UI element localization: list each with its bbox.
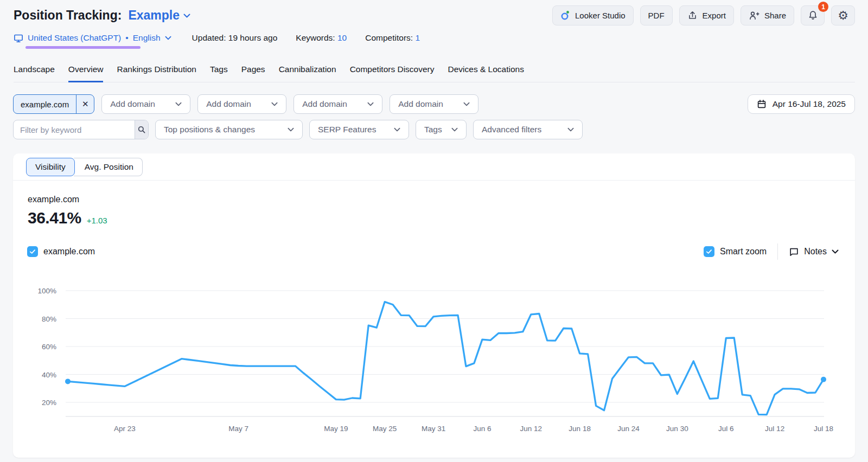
tab-landscape[interactable]: Landscape <box>14 65 55 82</box>
chevron-down-icon <box>288 127 294 132</box>
chevron-down-icon <box>451 127 458 132</box>
chevron-down-icon <box>367 102 374 106</box>
gear-icon: ⚙ <box>838 10 848 22</box>
add-domain-dropdown-3[interactable]: Add domain <box>293 94 382 114</box>
toggle-avg-position[interactable]: Avg. Position <box>74 158 143 176</box>
chevron-down-icon <box>183 14 190 18</box>
svg-text:100%: 100% <box>37 287 56 295</box>
visibility-card: Visibility Avg. Position example.com 36.… <box>13 153 855 458</box>
serp-features-dropdown[interactable]: SERP Features <box>309 120 409 139</box>
competitors-count[interactable]: 1 <box>415 33 420 42</box>
keyword-filter-input[interactable] <box>14 120 135 139</box>
domain-series-checkbox[interactable] <box>27 246 38 257</box>
looker-studio-icon <box>560 10 570 21</box>
visibility-value: 36.41% <box>28 209 81 227</box>
notes-bubble-icon <box>789 247 799 257</box>
updated-info: Updated: 19 hours ago <box>192 33 278 43</box>
calendar-icon <box>757 99 767 109</box>
date-range-picker[interactable]: Apr 16-Jul 18, 2025 <box>748 94 855 114</box>
share-button[interactable]: Share <box>741 5 794 25</box>
report-tabs: Landscape Overview Rankings Distribution… <box>14 65 855 82</box>
chevron-down-icon <box>394 127 400 132</box>
svg-text:May 31: May 31 <box>422 425 445 433</box>
page-title: Position Tracking: <box>14 8 122 23</box>
chevron-down-icon <box>175 102 182 106</box>
position-tracking-page: Position Tracking: Example Looker Studio… <box>0 0 868 462</box>
domain-chip-label: example.com <box>14 95 76 113</box>
domain-filter-row: example.com ✕ Add domain Add domain Add … <box>13 94 855 114</box>
share-user-plus-icon <box>749 10 760 21</box>
keywords-info: Keywords: 10 <box>296 33 347 43</box>
tab-rankings-distribution[interactable]: Rankings Distribution <box>117 65 196 82</box>
visibility-change: +1.03 <box>87 216 107 225</box>
device-desktop-icon <box>14 34 23 43</box>
location-language-selector[interactable]: United States (ChatGPT) • English <box>14 33 171 43</box>
topbar: Position Tracking: Example Looker Studio… <box>14 5 855 25</box>
settings-button[interactable]: ⚙ <box>831 5 855 25</box>
project-selector[interactable]: Example <box>128 8 190 23</box>
smart-zoom-toggle[interactable]: Smart zoom <box>704 246 767 257</box>
chevron-down-icon <box>463 102 470 106</box>
tab-devices-locations[interactable]: Devices & Locations <box>448 65 524 82</box>
add-domain-dropdown-1[interactable]: Add domain <box>101 94 190 114</box>
export-button[interactable]: Export <box>679 5 734 25</box>
tab-pages[interactable]: Pages <box>241 65 265 82</box>
chevron-down-icon <box>832 249 839 254</box>
toolbar-actions: Looker Studio PDF Export Share 1 ⚙ <box>552 5 855 25</box>
chevron-down-icon <box>271 102 278 106</box>
svg-text:40%: 40% <box>42 371 56 379</box>
legend-divider <box>777 243 778 260</box>
svg-text:May 7: May 7 <box>228 425 248 433</box>
top-positions-dropdown[interactable]: Top positions & changes <box>155 120 303 139</box>
toggle-visibility[interactable]: Visibility <box>26 158 75 176</box>
chart-legend-row: example.com Smart zoom Notes <box>27 243 839 260</box>
svg-text:Jul 6: Jul 6 <box>718 425 734 433</box>
notes-label: Notes <box>804 247 827 256</box>
location-lang-separator: • <box>125 33 128 43</box>
notifications-button[interactable]: 1 <box>801 5 825 25</box>
smart-zoom-checkbox[interactable] <box>704 246 714 257</box>
keyword-search-button[interactable] <box>135 120 148 139</box>
visibility-chart: 100%80%60%40%20%Apr 23May 7May 19May 25M… <box>13 274 855 442</box>
svg-text:Jun 6: Jun 6 <box>473 425 491 433</box>
svg-text:Jun 12: Jun 12 <box>520 425 542 433</box>
purple-highlight-underline <box>25 46 141 49</box>
keywords-count[interactable]: 10 <box>337 33 347 42</box>
date-range-label: Apr 16-Jul 18, 2025 <box>773 99 846 109</box>
svg-text:Jun 24: Jun 24 <box>617 425 640 433</box>
add-domain-dropdown-2[interactable]: Add domain <box>197 94 286 114</box>
tab-competitors-discovery[interactable]: Competitors Discovery <box>350 65 435 82</box>
card-divider <box>13 180 855 181</box>
notification-badge: 1 <box>818 2 828 12</box>
check-icon <box>705 248 713 255</box>
svg-text:Apr 23: Apr 23 <box>114 425 136 433</box>
svg-text:60%: 60% <box>42 343 56 351</box>
title-group: Position Tracking: Example <box>14 8 190 23</box>
advanced-filters-dropdown[interactable]: Advanced filters <box>473 120 583 139</box>
tab-overview[interactable]: Overview <box>68 65 104 82</box>
legend-domain-label: example.com <box>43 247 95 256</box>
competitors-info: Competitors: 1 <box>365 33 420 43</box>
svg-text:Jul 18: Jul 18 <box>814 425 833 433</box>
campaign-meta: Updated: 19 hours ago Keywords: 10 Compe… <box>192 33 420 43</box>
metric-toggle: Visibility Avg. Position <box>26 158 143 176</box>
tab-tags[interactable]: Tags <box>210 65 228 82</box>
tracking-location: United States (ChatGPT) <box>28 33 121 43</box>
chevron-down-icon <box>567 127 574 132</box>
add-domain-dropdown-4[interactable]: Add domain <box>390 94 478 114</box>
svg-text:May 25: May 25 <box>373 425 397 433</box>
svg-text:Jun 30: Jun 30 <box>666 425 688 433</box>
notes-dropdown[interactable]: Notes <box>789 247 839 257</box>
bell-icon <box>807 10 819 21</box>
tab-cannibalization[interactable]: Cannibalization <box>279 65 336 82</box>
domain-chip[interactable]: example.com ✕ <box>13 94 94 114</box>
svg-text:80%: 80% <box>42 315 56 323</box>
tags-dropdown[interactable]: Tags <box>416 120 467 139</box>
pdf-button[interactable]: PDF <box>640 5 673 25</box>
check-icon <box>29 248 36 255</box>
svg-text:Jun 18: Jun 18 <box>569 425 591 433</box>
project-name: Example <box>128 8 180 23</box>
close-icon: ✕ <box>82 99 89 109</box>
remove-domain-button[interactable]: ✕ <box>76 95 94 113</box>
looker-studio-button[interactable]: Looker Studio <box>552 5 634 25</box>
